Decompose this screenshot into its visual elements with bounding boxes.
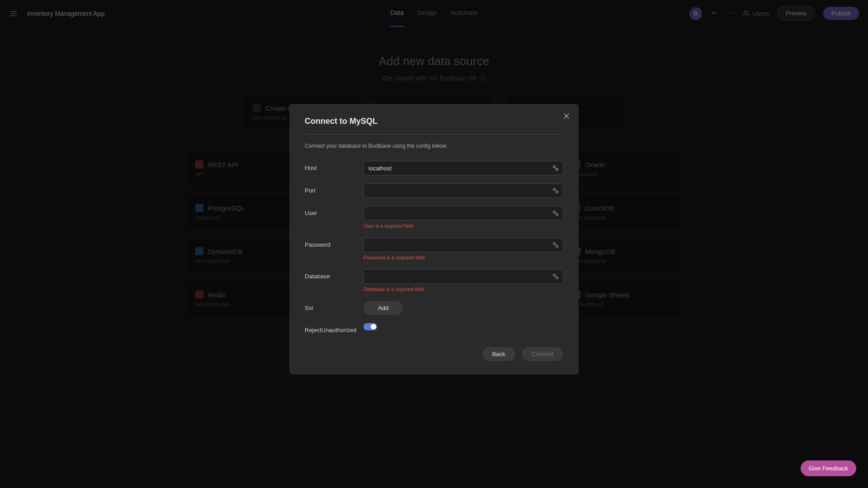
svg-line-14 [555, 190, 557, 192]
host-label: Host [305, 161, 363, 171]
connect-mysql-modal: Connect to MySQL Connect your database t… [289, 104, 579, 375]
password-label: Password [305, 238, 363, 248]
bindings-icon[interactable] [552, 209, 560, 217]
user-input[interactable] [363, 206, 563, 221]
modal-overlay: Connect to MySQL Connect your database t… [0, 0, 868, 488]
database-label: Database [305, 269, 363, 280]
field-row-host: Host [305, 161, 563, 175]
svg-line-20 [555, 244, 557, 246]
ssl-add-button[interactable]: Add [363, 301, 403, 315]
database-input[interactable] [363, 269, 563, 284]
bindings-icon[interactable] [552, 187, 560, 195]
database-error: Database is a required field [363, 286, 563, 292]
port-input[interactable] [363, 183, 563, 198]
svg-line-11 [555, 168, 557, 169]
user-label: User [305, 206, 363, 216]
port-label: Port [305, 183, 363, 194]
ssl-label: Ssl [305, 301, 363, 311]
modal-subtitle: Connect your database to Budibase using … [305, 143, 563, 149]
field-row-port: Port [305, 183, 563, 198]
svg-line-17 [555, 213, 557, 214]
give-feedback-button[interactable]: Give Feedback [801, 460, 856, 476]
field-row-ssl: Ssl Add [305, 301, 563, 315]
bindings-icon[interactable] [552, 272, 560, 281]
field-row-user: User User is a required field [305, 206, 563, 229]
close-icon[interactable] [562, 112, 571, 120]
password-error: Password is a required field [363, 255, 563, 260]
user-error: User is a required field [363, 223, 563, 229]
field-row-password: Password Password is a required field [305, 238, 563, 260]
svg-line-23 [555, 276, 557, 277]
bindings-icon[interactable] [552, 164, 560, 172]
reject-toggle[interactable] [363, 323, 377, 330]
password-input[interactable] [363, 238, 563, 252]
host-input[interactable] [363, 161, 563, 175]
modal-divider [305, 134, 563, 135]
reject-label: RejectUnauthorized [305, 323, 363, 333]
modal-actions: Back Connect [305, 347, 563, 361]
bindings-icon[interactable] [552, 241, 560, 249]
field-row-database: Database Database is a required field [305, 269, 563, 292]
connect-button[interactable]: Connect [522, 347, 563, 361]
modal-title: Connect to MySQL [305, 117, 563, 126]
field-row-reject: RejectUnauthorized [305, 323, 563, 333]
back-button[interactable]: Back [482, 347, 515, 361]
